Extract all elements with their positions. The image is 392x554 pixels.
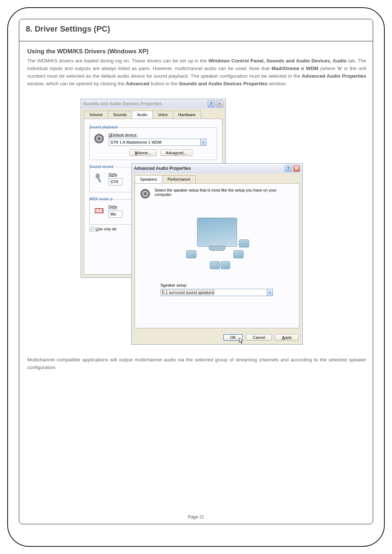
midi-device-value: Mic <box>110 212 117 216</box>
ok-button-label: OK <box>230 335 236 340</box>
default-device-label: DDefault device: <box>109 133 213 137</box>
section-heading: 8. Driver Settings (PC) <box>26 24 366 34</box>
chevron-down-icon: ▾ <box>200 139 206 145</box>
tabstrip: Volume Sounds Audio Voice Hardware <box>81 108 225 119</box>
para1-bold4: Advanced Audio Properties <box>302 73 366 79</box>
speaker-setup-label: Speaker setup: <box>160 283 295 287</box>
volume-button[interactable]: VVolume... <box>129 149 156 156</box>
speaker-icon <box>186 250 196 258</box>
hint-text: Select the speaker setup that is most li… <box>155 188 295 197</box>
para1-bold1: Windows Control Panel, Sounds and Audio … <box>208 58 347 63</box>
para1-bold6: Sounds and Audio Devices Properties <box>179 81 268 86</box>
help-button[interactable]: ? <box>208 100 215 107</box>
para1-text: button in the <box>151 81 179 86</box>
midi-device-dropdown[interactable]: Mic <box>109 210 122 218</box>
tab-hardware[interactable]: Hardware <box>173 111 201 119</box>
help-button[interactable]: ? <box>285 165 292 172</box>
speaker-setup-illustration <box>183 214 252 272</box>
paragraph-2: Multichannel compatible applications wil… <box>27 356 366 372</box>
tab-volume[interactable]: Volume <box>84 111 108 119</box>
page-label: Page <box>188 514 198 520</box>
para1-text: window: <box>269 81 287 86</box>
playback-device-dropdown[interactable]: STR 1-8 Madixtreme 1 WDM ▾ <box>109 139 207 146</box>
checkbox-checked-icon: ✓ <box>89 227 94 231</box>
sub-heading: Using the WDM/KS Drivers (Windows XP) <box>27 48 366 55</box>
svg-rect-9 <box>100 209 101 213</box>
record-device-value: STR <box>110 180 118 184</box>
paragraph-1: The WDM/KS drivers are loaded during log… <box>27 57 366 88</box>
speaker-setup-value: 5.1 surround sound speakers <box>162 290 214 295</box>
default-device-text: Default device: <box>111 133 138 137</box>
svg-rect-10 <box>101 209 102 213</box>
close-button[interactable]: ✕ <box>216 100 223 107</box>
speaker-icon <box>233 250 244 258</box>
page-number: 21 <box>199 514 204 520</box>
speaker-setup-dropdown[interactable]: 5.1 surround sound speakers ▾ <box>160 289 273 296</box>
tabstrip: Speakers Performance <box>132 173 302 183</box>
apply-button[interactable]: Apply <box>275 334 299 341</box>
tab-panel-speakers: Select the speaker setup that is most li… <box>135 183 299 328</box>
cursor-icon <box>239 337 244 344</box>
tab-voice[interactable]: Voice <box>152 111 173 119</box>
para1-bold3: 'n' <box>337 66 342 71</box>
svg-point-2 <box>98 137 101 140</box>
para1-text: The WDM/KS drivers are loaded during log… <box>27 58 208 63</box>
record-device-dropdown[interactable]: STR <box>109 178 122 185</box>
section-heading-bar: 8. Driver Settings (PC) <box>19 19 373 41</box>
microphone-icon <box>93 172 105 184</box>
para1-bold2: MadiXtreme n WDM <box>271 66 318 71</box>
speaker-icon <box>210 261 220 269</box>
tab-performance[interactable]: Performance <box>162 175 196 183</box>
page-footer: Page 21 <box>19 514 373 520</box>
para1-bold5: Advanced <box>126 81 150 86</box>
playback-device-value: STR 1-8 Madixtreme 1 WDM <box>110 140 162 144</box>
svg-rect-7 <box>97 209 98 213</box>
svg-rect-4 <box>97 177 101 182</box>
monitor-icon <box>197 218 237 247</box>
speaker-icon <box>221 261 230 269</box>
speaker-icon <box>139 188 151 200</box>
ok-button[interactable]: OK <box>223 334 243 341</box>
svg-rect-6 <box>95 209 97 213</box>
title-text: Advanced Audio Properties <box>134 166 191 171</box>
svg-rect-8 <box>98 209 99 213</box>
svg-point-13 <box>144 192 147 195</box>
titlebar[interactable]: Sounds and Audio Devices Properties ? ✕ <box>81 99 225 108</box>
document-body: Using the WDM/KS Drivers (Windows XP) Th… <box>19 41 373 378</box>
tab-audio[interactable]: Audio <box>132 111 153 119</box>
dialog-button-row: OK Cancel Apply <box>132 331 302 344</box>
tab-speakers[interactable]: Speakers <box>135 175 162 183</box>
advanced-button[interactable]: Advanced... <box>160 149 192 156</box>
speaker-icon <box>239 239 249 247</box>
title-text: Sounds and Audio Devices Properties <box>83 101 162 106</box>
titlebar[interactable]: Advanced Audio Properties ? ✕ <box>132 164 302 173</box>
cancel-button[interactable]: Cancel <box>246 334 272 341</box>
volume-btn-text: Volume... <box>135 151 151 155</box>
chevron-down-icon: ▾ <box>267 289 273 296</box>
para1-text: window, which can be opened by clicking … <box>27 81 126 86</box>
para1-text: (where <box>320 66 337 71</box>
close-button[interactable]: ✕ <box>293 165 300 172</box>
svg-point-3 <box>95 173 100 178</box>
dialog-advanced-audio-properties: Advanced Audio Properties ? ✕ Speakers P… <box>131 163 303 345</box>
speaker-icon <box>93 133 105 144</box>
midi-icon <box>93 205 105 216</box>
sound-playback-group: DDefault device: STR 1-8 Madixtreme 1 WD… <box>89 127 217 160</box>
screenshot-composite: Sounds and Audio Devices Properties ? ✕ … <box>81 99 313 342</box>
tab-sounds[interactable]: Sounds <box>108 111 132 119</box>
